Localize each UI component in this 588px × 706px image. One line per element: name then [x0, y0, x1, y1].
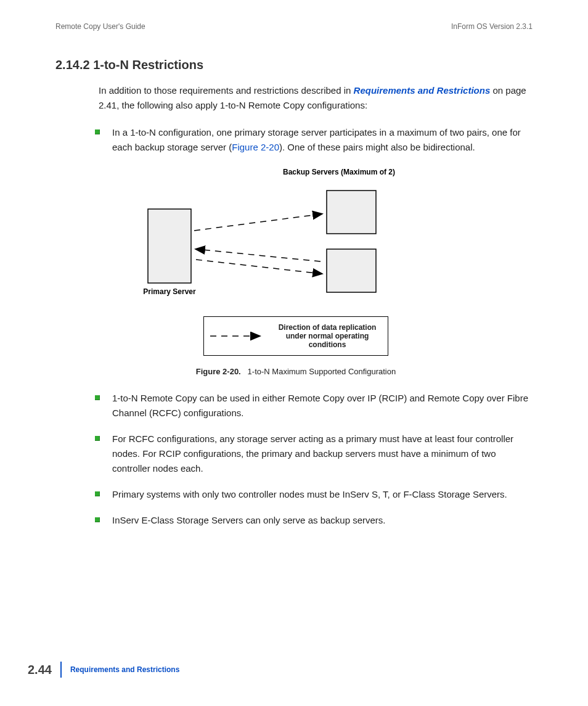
- list-item: Primary systems with only two controller…: [92, 487, 533, 502]
- arrow-to-backup-1: [194, 214, 322, 231]
- bullet1-post: ). One of these pairs might also be bidi…: [279, 142, 475, 152]
- header-left: Remote Copy User's Guide: [55, 22, 145, 31]
- legend-box: Direction of data replication under norm…: [203, 316, 388, 356]
- section-number: 2.14.2: [55, 58, 90, 72]
- section-title: 1-to-N Restrictions: [93, 58, 203, 72]
- figure-caption: Figure 2-20. 1-to-N Maximum Supported Co…: [111, 367, 481, 376]
- diagram-svg: Backup Servers (Maximum of 2) Primary Se…: [111, 166, 456, 302]
- primary-server-box: [148, 209, 191, 283]
- primary-server-label: Primary Server: [143, 287, 196, 296]
- page-number: 2.44: [28, 663, 52, 677]
- list-item: For RCFC configurations, any storage ser…: [92, 432, 533, 476]
- running-header: Remote Copy User's Guide InForm OS Versi…: [55, 22, 533, 31]
- legend-text: Direction of data replication under norm…: [272, 323, 383, 349]
- header-right: InForm OS Version 2.3.1: [451, 22, 533, 31]
- backup-server-box-1: [327, 191, 376, 234]
- backup-servers-label: Backup Servers (Maximum of 2): [283, 168, 395, 176]
- intro-paragraph: In addition to those requirements and re…: [99, 83, 533, 113]
- list-item: 1-to-N Remote Copy can be used in either…: [92, 391, 533, 421]
- figure-ref-link[interactable]: Figure 2-20: [232, 142, 279, 152]
- list-item: In a 1-to-N configuration, one primary s…: [92, 125, 533, 155]
- figure-label: Figure 2-20.: [196, 367, 241, 376]
- backup-server-box-2: [327, 249, 376, 292]
- intro-pre: In addition to those requirements and re…: [99, 85, 354, 96]
- legend-arrow-icon: [209, 330, 264, 342]
- footer-divider: [60, 662, 62, 678]
- page: Remote Copy User's Guide InForm OS Versi…: [0, 0, 588, 706]
- arrow-to-backup-2: [196, 260, 322, 274]
- bullet-list-top: In a 1-to-N configuration, one primary s…: [92, 125, 533, 155]
- requirements-link[interactable]: Requirements and Restrictions: [354, 85, 491, 96]
- page-footer: 2.44 Requirements and Restrictions: [28, 662, 179, 678]
- bullet-list-bottom: 1-to-N Remote Copy can be used in either…: [92, 391, 533, 528]
- figure-title: 1-to-N Maximum Supported Configuration: [248, 367, 396, 376]
- list-item: InServ E-Class Storage Servers can only …: [92, 513, 533, 528]
- diagram: Backup Servers (Maximum of 2) Primary Se…: [111, 166, 481, 376]
- arrow-from-backup-2: [196, 249, 321, 261]
- footer-chapter: Requirements and Restrictions: [70, 665, 179, 674]
- section-heading: 2.14.2 1-to-N Restrictions: [55, 58, 533, 72]
